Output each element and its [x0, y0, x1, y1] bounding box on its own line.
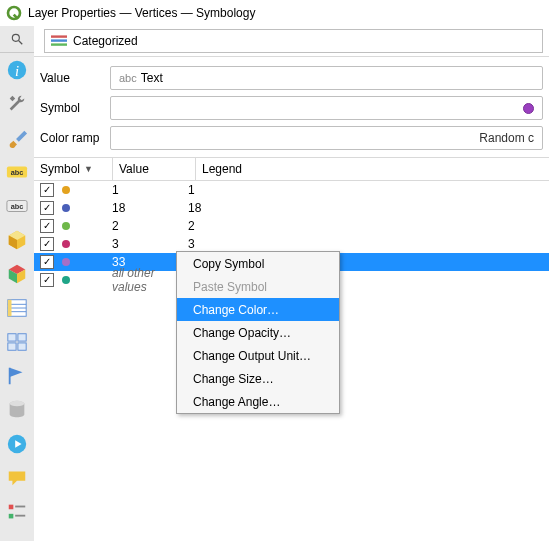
row-value: all other values [106, 266, 182, 294]
sidebar-item-joins[interactable] [0, 359, 34, 393]
row-value: 18 [106, 201, 182, 215]
value-label: Value [40, 71, 110, 85]
sidebar-item-attributes-form[interactable] [0, 325, 34, 359]
svg-text:abc: abc [11, 202, 24, 211]
row-legend: 18 [182, 201, 549, 215]
renderer-combo[interactable]: Categorized [44, 29, 543, 53]
sidebar-item-display[interactable] [0, 461, 34, 495]
svg-line-3 [19, 41, 23, 45]
row-symbol-dot [62, 258, 70, 266]
symbol-preview-dot [523, 103, 534, 114]
svg-rect-17 [8, 343, 16, 350]
flag-icon [6, 365, 28, 387]
row-checkbox[interactable] [40, 255, 54, 269]
svg-text:abc: abc [11, 168, 24, 177]
sidebar-item-symbology[interactable] [0, 121, 34, 155]
table-header: Symbol▼ Value Legend [34, 157, 549, 181]
svg-rect-28 [51, 43, 67, 45]
play-gear-icon [6, 433, 28, 455]
svg-rect-22 [9, 505, 14, 510]
row-legend: 3 [182, 237, 549, 251]
categorized-icon [51, 35, 67, 47]
row-value: 3 [106, 237, 182, 251]
row-symbol-dot [62, 186, 70, 194]
svg-rect-18 [18, 343, 26, 350]
sidebar-item-information[interactable]: i [0, 53, 34, 87]
value-type-prefix: abc [119, 72, 137, 84]
window-title: Layer Properties — Vertices — Symbology [28, 6, 255, 20]
cube-yellow-icon [6, 229, 28, 251]
table-row[interactable]: 11 [34, 181, 549, 199]
chevron-down-icon: ▼ [84, 164, 93, 174]
abc-label-icon: abc [6, 161, 28, 183]
cube-colored-icon [6, 263, 28, 285]
menu-item: Paste Symbol [177, 275, 339, 298]
svg-rect-23 [9, 514, 14, 519]
renderer-label: Categorized [73, 34, 138, 48]
side-icon-strip: i abc abc [0, 26, 35, 541]
sidebar-item-actions[interactable] [0, 427, 34, 461]
wrench-icon [6, 93, 28, 115]
header-legend[interactable]: Legend [196, 158, 549, 180]
row-checkbox[interactable] [40, 237, 54, 251]
row-value: 1 [106, 183, 182, 197]
sidebar-item-rendering[interactable] [0, 495, 34, 529]
menu-item[interactable]: Change Angle… [177, 390, 339, 413]
form-icon [6, 331, 28, 353]
table-row[interactable]: 1818 [34, 199, 549, 217]
svg-rect-16 [18, 334, 26, 341]
sidebar-item-3dview[interactable] [0, 223, 34, 257]
titlebar: Layer Properties — Vertices — Symbology [0, 0, 549, 27]
value-field-text: Text [141, 71, 163, 85]
color-ramp-label: Color ramp [40, 131, 110, 145]
row-checkbox[interactable] [40, 219, 54, 233]
color-ramp-field[interactable]: Random c [110, 126, 543, 150]
row-symbol-dot [62, 240, 70, 248]
svg-rect-14 [8, 300, 12, 317]
search-icon [10, 32, 24, 46]
qgis-logo-icon [6, 5, 22, 21]
row-legend: 2 [182, 219, 549, 233]
layer-properties-window: Layer Properties — Vertices — Symbology … [0, 0, 549, 541]
row-checkbox[interactable] [40, 273, 54, 287]
svg-text:i: i [15, 63, 19, 79]
row-checkbox[interactable] [40, 201, 54, 215]
menu-item[interactable]: Change Size… [177, 367, 339, 390]
svg-point-20 [10, 401, 25, 407]
menu-item[interactable]: Change Opacity… [177, 321, 339, 344]
menu-item[interactable]: Change Output Unit… [177, 344, 339, 367]
info-icon: i [6, 59, 28, 81]
list-icon [6, 297, 28, 319]
symbol-field[interactable] [110, 96, 543, 120]
svg-point-2 [12, 34, 19, 41]
row-legend: 1 [182, 183, 549, 197]
header-value[interactable]: Value [113, 158, 196, 180]
sidebar-item-fields[interactable] [0, 291, 34, 325]
row-symbol-dot [62, 222, 70, 230]
sidebar-item-auxiliary-storage[interactable] [0, 393, 34, 427]
tooltip-icon [6, 467, 28, 489]
sidebar-item-labels[interactable]: abc [0, 155, 34, 189]
row-checkbox[interactable] [40, 183, 54, 197]
svg-rect-27 [51, 39, 67, 41]
menu-item[interactable]: Copy Symbol [177, 252, 339, 275]
color-ramp-value: Random c [479, 131, 534, 145]
svg-rect-26 [51, 35, 67, 37]
row-value: 2 [106, 219, 182, 233]
symbol-label: Symbol [40, 101, 110, 115]
legend-swatches-icon [6, 501, 28, 523]
sidebar-search[interactable] [0, 26, 34, 53]
svg-rect-15 [8, 334, 16, 341]
sidebar-item-source[interactable] [0, 87, 34, 121]
sidebar-item-masks[interactable]: abc [0, 189, 34, 223]
row-symbol-dot [62, 204, 70, 212]
context-menu: Copy SymbolPaste SymbolChange Color…Chan… [176, 251, 340, 414]
database-icon [6, 399, 28, 421]
table-row[interactable]: 22 [34, 217, 549, 235]
header-symbol[interactable]: Symbol▼ [34, 158, 113, 180]
value-field[interactable]: abc Text [110, 66, 543, 90]
brush-icon [6, 127, 28, 149]
sidebar-item-diagrams[interactable] [0, 257, 34, 291]
menu-item[interactable]: Change Color… [177, 298, 339, 321]
row-symbol-dot [62, 276, 70, 284]
